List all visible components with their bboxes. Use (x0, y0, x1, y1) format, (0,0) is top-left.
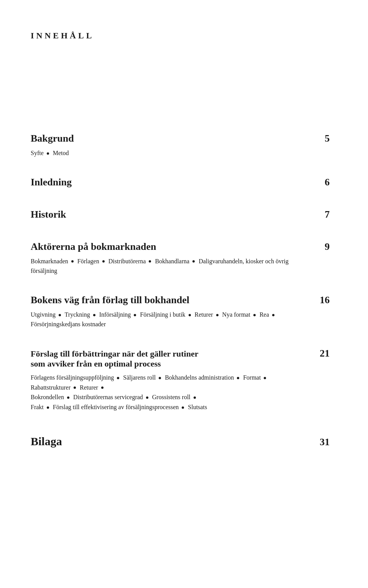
toc-entry-historik: Historik 7 (31, 209, 330, 220)
toc-sub-item: Nya format (222, 311, 250, 318)
toc-sub-item: Distributörerna (108, 258, 146, 264)
toc-sub-item: Frakt (31, 404, 44, 410)
toc-sub-item: Tryckning (65, 311, 90, 318)
toc-sub-item: Syfte (31, 150, 44, 156)
toc-entry-bilaga: Bilaga 31 (31, 435, 330, 448)
toc-page-bakgrund: 5 (314, 133, 330, 144)
toc-sub-item: Rea (260, 311, 269, 318)
toc-sub-item: Säljarens roll (123, 374, 156, 381)
toc-sub-bakgrund: Syfte Metod (31, 148, 299, 158)
bullet-icon (47, 152, 49, 155)
page-title: INNEHÅLL (31, 31, 330, 41)
toc-page-bilaga: 31 (320, 436, 330, 448)
bullet-icon (71, 260, 74, 263)
toc-section-inledning: Inledning 6 (31, 177, 330, 190)
toc-sub-item: Bokhandlarna (155, 258, 189, 264)
toc-sub-item: Rabattstrukturer (31, 384, 71, 391)
toc-title-aktorerna: Aktörerna på bokmarknaden (31, 241, 314, 253)
bullet-icon (117, 377, 119, 379)
toc-entry-forslag: Förslag till förbättringar när det gälle… (31, 348, 330, 369)
bullet-icon (159, 377, 161, 379)
toc-title-forslag: Förslag till förbättringar när det gälle… (31, 349, 314, 369)
toc-page-inledning: 6 (314, 177, 330, 188)
toc-sub-aktorerna: Bokmarknaden Förlagen Distributörerna Bo… (31, 256, 299, 276)
toc-sub-item: Införsäljning (99, 311, 131, 318)
toc-sub-item: Försörjningskedjans kostnader (31, 321, 106, 327)
toc-sub-item: Grossistens roll (152, 394, 191, 400)
toc-sub-item: Format (243, 374, 261, 381)
toc-sub-item: Bokrondellen (31, 394, 64, 400)
toc-sub-item: Förslag till effektivisering av försäljn… (53, 404, 179, 410)
bullet-icon (253, 314, 256, 316)
bullet-icon (59, 314, 61, 316)
toc-sub-item: Bokmarknaden (31, 258, 68, 264)
toc-container: Bakgrund 5 Syfte Metod Inledning 6 Histo… (31, 133, 330, 448)
bullet-icon (101, 386, 104, 389)
bullet-icon (194, 396, 196, 399)
bullet-icon (102, 260, 105, 263)
bullet-icon (47, 406, 49, 409)
toc-sub-item: Förlagens försäljningsuppföljning (31, 374, 114, 381)
toc-entry-inledning: Inledning 6 (31, 177, 330, 188)
toc-title-bokens-vag: Bokens väg från förlag till bokhandel (31, 294, 314, 306)
toc-section-historik: Historik 7 (31, 209, 330, 223)
toc-page-bokens-vag: 16 (314, 294, 330, 306)
toc-page-aktorerna: 9 (314, 241, 330, 253)
toc-title-inledning: Inledning (31, 177, 314, 188)
toc-section-aktorerna: Aktörerna på bokmarknaden 9 Bokmarknaden… (31, 241, 330, 276)
toc-page-forslag: 21 (314, 348, 330, 359)
toc-sub-item: Returer (80, 384, 98, 391)
bullet-icon (182, 406, 184, 409)
bullet-icon (237, 377, 239, 379)
bullet-icon (192, 260, 195, 263)
toc-page-historik: 7 (314, 209, 330, 220)
toc-sub-item: Slutsats (188, 404, 207, 410)
toc-section-forslag: Förslag till förbättringar när det gälle… (31, 348, 330, 412)
toc-sub-item: Utgivning (31, 311, 56, 318)
toc-section-bakgrund: Bakgrund 5 Syfte Metod (31, 133, 330, 158)
bullet-icon (146, 396, 148, 399)
toc-title-bilaga: Bilaga (31, 435, 62, 448)
toc-sub-item: Distributörernas servicegrad (73, 394, 143, 400)
bullet-icon (216, 314, 219, 316)
toc-sub-forslag: Förlagens försäljningsuppföljning Säljar… (31, 373, 299, 412)
bullet-icon (149, 260, 151, 263)
toc-title-historik: Historik (31, 209, 314, 220)
toc-sub-item: Förlagen (77, 258, 99, 264)
bullet-icon (264, 377, 266, 379)
toc-sub-item: Försäljning i butik (140, 311, 185, 318)
bullet-icon (134, 314, 136, 316)
toc-entry-bokens-vag: Bokens väg från förlag till bokhandel 16 (31, 294, 330, 306)
toc-sub-item: Metod (53, 150, 69, 156)
toc-entry-bakgrund: Bakgrund 5 (31, 133, 330, 144)
toc-sub-bokens-vag: Utgivning Tryckning Införsäljning Försäl… (31, 310, 299, 329)
bullet-icon (272, 314, 274, 316)
bullet-icon (189, 314, 191, 316)
bullet-icon (67, 396, 69, 399)
toc-entry-aktorerna: Aktörerna på bokmarknaden 9 (31, 241, 330, 253)
bullet-icon (74, 386, 76, 389)
toc-title-bakgrund: Bakgrund (31, 133, 314, 144)
bullet-icon (93, 314, 95, 316)
toc-section-bokens-vag: Bokens väg från förlag till bokhandel 16… (31, 294, 330, 329)
toc-sub-item: Bokhandelns administration (165, 374, 234, 381)
toc-sub-item: Returer (195, 311, 213, 318)
